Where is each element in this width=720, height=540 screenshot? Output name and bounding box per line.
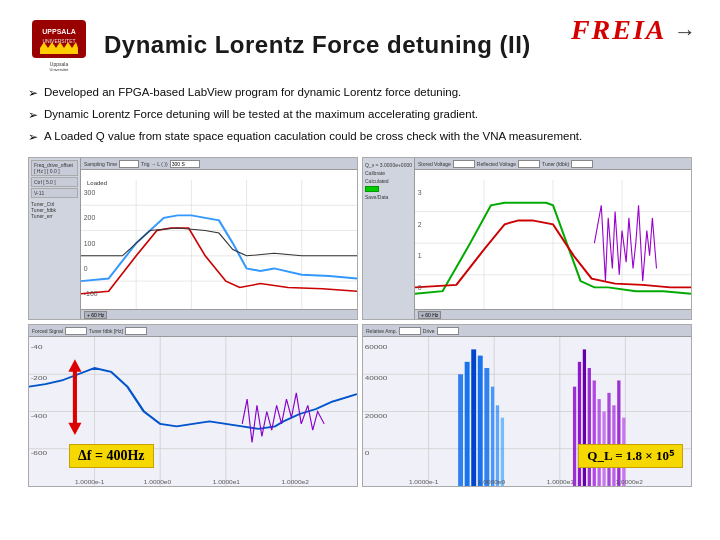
bottom-left-panel: Forced Signal Tuner fdbk [Hz] xyxy=(28,324,358,487)
svg-text:1.0000e0: 1.0000e0 xyxy=(144,480,171,485)
tr-ctrl-label-2: Reflected Voltage xyxy=(477,161,516,167)
svg-text:-400: -400 xyxy=(31,412,47,420)
tr-ctrl-field-1 xyxy=(453,160,475,168)
bullet-arrow-2: ➢ xyxy=(28,107,38,124)
svg-rect-73 xyxy=(573,387,576,486)
svg-text:UNIVERSITET: UNIVERSITET xyxy=(42,38,75,44)
slide: FREIA → UPPSALA UNIVERSITET Uppsala Univ… xyxy=(0,0,720,540)
svg-text:-600: -600 xyxy=(31,449,47,457)
bl-ctrl-field-2 xyxy=(125,327,147,335)
svg-text:1: 1 xyxy=(418,253,422,260)
tl-ctrl-field-1 xyxy=(119,160,139,168)
university-logo: UPPSALA UNIVERSITET Uppsala Universitet xyxy=(28,18,90,72)
bullet-text-3: A Loaded Q value from state space equati… xyxy=(44,128,582,144)
svg-rect-66 xyxy=(465,362,470,486)
br-ctrl-label-1: Relative Amp. xyxy=(366,328,397,334)
svg-rect-80 xyxy=(607,393,610,486)
tl-main-chart: Sampling Time Trig → L ( )) 300 S Loaded xyxy=(81,158,357,319)
bl-ctrl-field-1 xyxy=(65,327,87,335)
svg-rect-70 xyxy=(491,387,494,486)
svg-text:1.0000e1: 1.0000e1 xyxy=(213,480,240,485)
bl-ctrl-label-2: Tuner fdbk [Hz] xyxy=(89,328,123,334)
bl-chart-container: -40 -200 -400 -600 1.0000e-1 1.0000e0 1.… xyxy=(29,337,357,486)
svg-rect-78 xyxy=(598,399,601,486)
svg-text:20000: 20000 xyxy=(365,412,388,420)
bullet-arrow-3: ➢ xyxy=(28,129,38,146)
svg-rect-68 xyxy=(478,356,483,486)
tl-sidebar-param-2: Ctrl [ 5.0 ] xyxy=(31,177,78,187)
svg-text:1.0000e1: 1.0000e1 xyxy=(547,480,574,485)
br-chart-container: 60000 40000 20000 0 1.0000e-1 1.0000e0 1… xyxy=(363,337,691,486)
freia-logo: FREIA → xyxy=(571,14,698,46)
br-ctrl-bar: Relative Amp. Drive xyxy=(363,325,691,337)
tl-ctrl-label-1: Sampling Time xyxy=(84,161,117,167)
svg-text:60000: 60000 xyxy=(365,344,388,352)
tl-sidebar: Freq_drive_offset[ Hz ] [ 0.0 ] Ctrl [ 5… xyxy=(29,158,81,319)
bullet-1: ➢ Developed an FPGA-based LabView progra… xyxy=(28,84,692,102)
tr-ctrl-field-3 xyxy=(571,160,593,168)
svg-rect-65 xyxy=(458,375,463,487)
svg-text:0: 0 xyxy=(84,266,88,273)
br-ctrl-label-2: Drive xyxy=(423,328,435,334)
svg-rect-77 xyxy=(593,381,596,487)
loaded-badge: Loaded xyxy=(87,180,107,186)
top-right-panel: Q_v = 3.0000e+0000 Calibrate Calculated … xyxy=(362,157,692,320)
bullet-arrow-1: ➢ xyxy=(28,85,38,102)
svg-rect-76 xyxy=(588,368,591,486)
svg-text:1.0000e2: 1.0000e2 xyxy=(616,480,643,485)
svg-text:-100: -100 xyxy=(84,291,98,298)
bl-ctrl-bar: Forced Signal Tuner fdbk [Hz] xyxy=(29,325,357,337)
tl-ctrl-label-2: Trig → L ( )) xyxy=(141,161,168,167)
br-ctrl-field-2 xyxy=(437,327,459,335)
bl-ctrl-label-1: Forced Signal xyxy=(32,328,63,334)
tr-sidebar-params: Q_v = 3.0000e+0000 Calibrate Calculated … xyxy=(365,162,412,200)
svg-rect-69 xyxy=(484,368,489,486)
top-left-panel: Freq_drive_offset[ Hz ] [ 0.0 ] Ctrl [ 5… xyxy=(28,157,358,320)
tr-ctrl-bar: Stored Voltage Reflected Voltage Tuner (… xyxy=(415,158,691,170)
tr-chart-svg: 3 2 1 0 1.00000e0 1.00000e1 1.00000e2 xyxy=(415,180,691,319)
tr-ctrl-label-3: Tuner (fdbk) xyxy=(542,161,569,167)
svg-text:-40: -40 xyxy=(31,344,43,352)
svg-rect-71 xyxy=(496,406,499,487)
tl-zoom-btn[interactable]: + 60 Hz xyxy=(84,311,107,319)
freia-arrow: → xyxy=(674,19,698,44)
svg-text:100: 100 xyxy=(84,240,96,247)
svg-text:0: 0 xyxy=(365,449,370,457)
svg-text:3: 3 xyxy=(418,190,422,197)
tl-sidebar-param-1: Freq_drive_offset[ Hz ] [ 0.0 ] xyxy=(31,160,78,176)
svg-text:40000: 40000 xyxy=(365,375,388,383)
tl-ctrl-field-2: 300 S xyxy=(170,160,200,168)
tl-ctrl-bar: Sampling Time Trig → L ( )) 300 S xyxy=(81,158,357,170)
svg-rect-72 xyxy=(501,418,504,486)
bullet-text-2: Dynamic Lorentz Force detuning will be t… xyxy=(44,106,478,122)
svg-rect-82 xyxy=(617,381,620,487)
bullet-text-1: Developed an FPGA-based LabView program … xyxy=(44,84,461,100)
tr-main-chart: Stored Voltage Reflected Voltage Tuner (… xyxy=(415,158,691,319)
tr-ctrl-label: Stored Voltage xyxy=(418,161,451,167)
bullets-section: ➢ Developed an FPGA-based LabView progra… xyxy=(28,84,692,145)
br-ctrl-field-1 xyxy=(399,327,421,335)
tr-bottom-ctrl: + 60 Hz xyxy=(415,309,691,319)
tr-sidebar: Q_v = 3.0000e+0000 Calibrate Calculated … xyxy=(363,158,415,319)
tl-sidebar-param-3: V-11 xyxy=(31,188,78,198)
bullet-3: ➢ A Loaded Q value from state space equa… xyxy=(28,128,692,146)
svg-rect-67 xyxy=(471,350,476,487)
svg-text:300: 300 xyxy=(84,190,96,197)
svg-text:1.0000e0: 1.0000e0 xyxy=(478,480,505,485)
svg-text:-200: -200 xyxy=(31,375,47,383)
svg-text:UPPSALA: UPPSALA xyxy=(42,28,75,35)
tl-sidebar-note: Tuner_Ctrl Tuner_fdbk Tuner_err xyxy=(31,201,78,219)
content-grid: Freq_drive_offset[ Hz ] [ 0.0 ] Ctrl [ 5… xyxy=(28,157,692,487)
svg-rect-6 xyxy=(81,180,357,319)
svg-text:2: 2 xyxy=(418,221,422,228)
tl-chart-svg: 300 200 100 0 -100 1.00000e-1 1.00000e0 … xyxy=(81,180,357,319)
bottom-right-panel: Relative Amp. Drive xyxy=(362,324,692,487)
formula-q-l: Q_L = 1.8 × 10⁵ xyxy=(578,444,683,468)
formula-delta-f: Δf = 400Hz xyxy=(69,444,154,468)
bullet-2: ➢ Dynamic Lorentz Force detuning will be… xyxy=(28,106,692,124)
svg-text:1.0000e-1: 1.0000e-1 xyxy=(75,480,104,485)
tl-bottom-ctrl: + 60 Hz xyxy=(81,309,357,319)
svg-text:1.0000e-1: 1.0000e-1 xyxy=(409,480,438,485)
svg-text:1.0000e2: 1.0000e2 xyxy=(282,480,309,485)
tr-zoom-btn[interactable]: + 60 Hz xyxy=(418,311,441,319)
